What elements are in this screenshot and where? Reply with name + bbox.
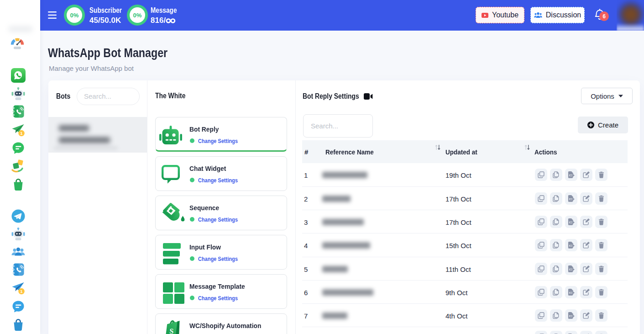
- svg-text:S: S: [169, 327, 174, 334]
- svg-text:1: 1: [20, 289, 23, 294]
- svg-text:1: 1: [20, 131, 23, 136]
